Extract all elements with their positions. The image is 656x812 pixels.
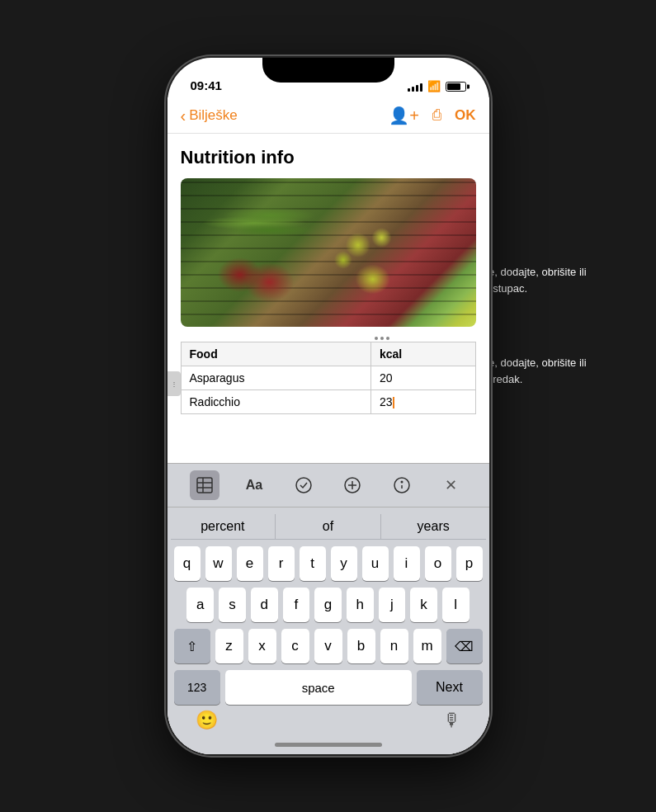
nav-actions: 👤+ ⎙ OK: [389, 106, 475, 125]
key-w[interactable]: w: [205, 546, 232, 581]
keys-area: q w e r t y u i o p a s: [171, 546, 486, 705]
add-button[interactable]: [337, 470, 367, 500]
home-indicator: [171, 734, 486, 754]
ok-button[interactable]: OK: [455, 107, 476, 124]
key-j[interactable]: j: [379, 588, 406, 622]
key-row-1: q w e r t y u i o p: [174, 546, 483, 581]
key-k[interactable]: k: [410, 588, 437, 622]
key-f[interactable]: f: [283, 588, 310, 622]
suggestion-percent[interactable]: percent: [171, 514, 276, 539]
key-d[interactable]: d: [251, 588, 278, 622]
note-title: Nutrition info: [181, 147, 476, 168]
keyboard: percent of years q w e r t y u i: [168, 508, 489, 754]
key-i[interactable]: i: [394, 546, 420, 581]
key-row-bottom: 123 space Next: [174, 670, 483, 705]
table-icon: [196, 476, 214, 494]
suggestions-row: percent of years: [171, 514, 486, 540]
next-key[interactable]: Next: [417, 670, 483, 705]
key-v[interactable]: v: [314, 629, 342, 663]
status-time: 09:41: [191, 78, 222, 92]
status-icons: 📶: [408, 80, 466, 92]
notch: [262, 58, 394, 83]
key-u[interactable]: u: [362, 546, 389, 581]
svg-rect-2: [197, 478, 212, 493]
col-food-header: Food: [181, 342, 371, 366]
data-table: Food kcal Asparagus 20 Radicchio: [181, 342, 476, 414]
compose-icon: [393, 476, 411, 494]
phone-frame: 09:41 📶 ‹ Bilješke: [168, 58, 489, 754]
emoji-icon[interactable]: 🙂: [196, 710, 218, 731]
table-row[interactable]: Asparagus 20: [181, 366, 475, 390]
row1-food: Asparagus: [181, 366, 371, 390]
key-m[interactable]: m: [413, 629, 441, 663]
column-handle[interactable]: [288, 337, 476, 340]
note-image: [181, 178, 476, 327]
key-row-2: a s d f g h j k l: [174, 588, 483, 622]
suggestion-years[interactable]: years: [380, 514, 486, 539]
key-c[interactable]: c: [281, 629, 309, 663]
table-format-button[interactable]: [190, 470, 219, 500]
text-cursor: [393, 397, 394, 408]
shift-key[interactable]: ⇧: [174, 629, 210, 663]
key-a[interactable]: a: [186, 588, 214, 622]
add-collaborator-icon[interactable]: 👤+: [389, 106, 419, 125]
back-button[interactable]: ‹ Bilješke: [181, 107, 238, 124]
nav-bar: ‹ Bilješke 👤+ ⎙ OK: [168, 97, 489, 134]
table-row[interactable]: Radicchio 23: [181, 390, 475, 414]
key-r[interactable]: r: [268, 546, 295, 581]
table-header-row: Food kcal: [181, 342, 475, 366]
main-area: Nutrition info ⋮: [168, 134, 489, 463]
checkmark-icon: [295, 476, 313, 494]
plus-circle-icon: [343, 476, 361, 494]
home-bar: [275, 743, 382, 747]
key-row-3: ⇧ z x c v b n m ⌫: [174, 629, 483, 663]
svg-point-6: [296, 478, 311, 493]
key-o[interactable]: o: [425, 546, 451, 581]
back-chevron-icon: ‹: [181, 107, 186, 124]
text-format-button[interactable]: Aa: [239, 470, 269, 500]
signal-icon: [408, 82, 422, 92]
bottom-bar: 🙂 🎙: [171, 705, 486, 734]
key-q[interactable]: q: [174, 546, 201, 581]
data-table-container: ⋮ Food kcal Asparagus 20: [181, 342, 476, 414]
key-z[interactable]: z: [215, 629, 243, 663]
app-content: ‹ Bilješke 👤+ ⎙ OK Nutrition info: [168, 97, 489, 754]
row1-kcal: 20: [371, 366, 475, 390]
key-e[interactable]: e: [237, 546, 263, 581]
key-x[interactable]: x: [248, 629, 276, 663]
key-y[interactable]: y: [331, 546, 357, 581]
share-icon[interactable]: ⎙: [432, 106, 441, 124]
key-p[interactable]: p: [456, 546, 483, 581]
row2-food: Radicchio: [181, 390, 371, 414]
key-l[interactable]: l: [442, 588, 470, 622]
mic-icon[interactable]: 🎙: [443, 710, 461, 731]
key-g[interactable]: g: [314, 588, 342, 622]
row-handle[interactable]: ⋮: [168, 371, 181, 396]
wifi-icon: 📶: [427, 80, 441, 92]
close-toolbar-button[interactable]: ✕: [437, 470, 466, 500]
key-b[interactable]: b: [347, 629, 375, 663]
back-label: Bilješke: [189, 107, 238, 124]
compose-button[interactable]: [387, 470, 417, 500]
numbers-key[interactable]: 123: [174, 670, 220, 705]
key-n[interactable]: n: [380, 629, 408, 663]
col-kcal-header: kcal: [371, 342, 475, 366]
battery-icon: [446, 82, 466, 92]
suggestion-of[interactable]: of: [275, 514, 380, 539]
key-t[interactable]: t: [300, 546, 326, 581]
toolbar: Aa: [168, 463, 489, 508]
space-key[interactable]: space: [225, 670, 412, 705]
checklist-button[interactable]: [289, 470, 319, 500]
key-h[interactable]: h: [347, 588, 374, 622]
key-s[interactable]: s: [219, 588, 246, 622]
delete-key[interactable]: ⌫: [446, 629, 483, 663]
row2-kcal: 23: [371, 390, 475, 414]
